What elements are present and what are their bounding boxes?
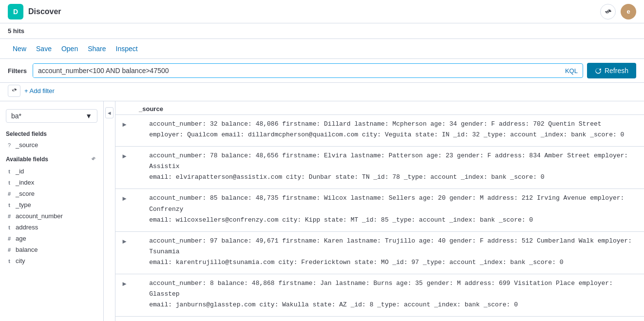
result-line1: account_number: 8 balance: 48,868 firstn… bbox=[149, 278, 632, 300]
field-type-icon: # bbox=[6, 236, 13, 242]
sidebar-field-item[interactable]: t _id bbox=[0, 166, 103, 177]
expand-button[interactable]: ► bbox=[121, 120, 132, 128]
table-row: ► account_number: 78 balance: 48,656 fir… bbox=[115, 147, 644, 189]
add-filter-link[interactable]: + Add filter bbox=[24, 87, 55, 94]
expand-button[interactable]: ► bbox=[121, 194, 132, 202]
result-line2: email: elvirapatterson@assistix.com city… bbox=[149, 172, 632, 183]
sidebar-field-item[interactable]: # account_number bbox=[0, 210, 103, 222]
table-row: ► account_number: 97 balance: 49,671 fir… bbox=[115, 232, 644, 274]
result-text: account_number: 97 balance: 49,671 first… bbox=[132, 236, 638, 272]
source-header: _source bbox=[115, 101, 644, 115]
source-type-icon: ? bbox=[6, 142, 13, 148]
field-name-label: balance bbox=[16, 246, 38, 253]
filter-bar: Filters KQL Refresh bbox=[0, 59, 644, 83]
field-name-label: _score bbox=[16, 190, 35, 197]
topbar: D Discover e bbox=[0, 0, 644, 23]
sidebar: ba* ▼ Selected fields ? _source Availabl… bbox=[0, 101, 104, 321]
sidebar-field-item[interactable]: # _score bbox=[0, 188, 103, 199]
result-text: account_number: 8 balance: 48,868 firstn… bbox=[132, 278, 638, 314]
save-button[interactable]: Save bbox=[31, 43, 57, 55]
kql-button[interactable]: KQL bbox=[560, 64, 583, 77]
filter-input[interactable] bbox=[33, 64, 560, 77]
result-line1: account_number: 97 balance: 49,671 first… bbox=[149, 236, 632, 257]
refresh-label: Refresh bbox=[605, 67, 628, 75]
field-name-label: account_number bbox=[16, 212, 63, 220]
field-type-icon: t bbox=[6, 225, 13, 230]
field-type-icon: t bbox=[6, 169, 13, 174]
index-pattern-select[interactable]: ba* ▼ bbox=[6, 109, 97, 123]
table-row: ► account_number: 85 balance: 48,735 fir… bbox=[115, 189, 644, 231]
table-row: ► account_number: 32 balance: 48,086 fir… bbox=[115, 115, 644, 147]
app-title: Discover bbox=[28, 7, 61, 16]
result-line1: account_number: 78 balance: 48,656 first… bbox=[149, 151, 632, 172]
result-row-top: ► account_number: 78 balance: 48,656 fir… bbox=[115, 147, 644, 189]
selected-field-source[interactable]: ? _source bbox=[0, 139, 103, 151]
sidebar-field-item[interactable]: t address bbox=[0, 222, 103, 233]
selected-fields-title: Selected fields bbox=[0, 127, 103, 139]
share-button[interactable]: Share bbox=[83, 43, 111, 55]
available-fields-section: Available fields bbox=[0, 151, 103, 166]
sidebar-field-item[interactable]: # balance bbox=[0, 244, 103, 255]
action-bar: New Save Open Share Inspect bbox=[0, 39, 644, 59]
settings-icon-button[interactable] bbox=[8, 85, 20, 97]
user-avatar[interactable]: e bbox=[621, 4, 636, 19]
result-line2: email: karentrujillo@tsunamia.com city: … bbox=[149, 257, 632, 268]
add-filter-bar: + Add filter bbox=[0, 83, 644, 101]
fields-list: t _id t _index # _score t _type # accoun… bbox=[0, 166, 103, 266]
result-row-top: ► account_number: 97 balance: 49,671 fir… bbox=[115, 232, 644, 274]
result-row-top: ► account_number: 85 balance: 48,735 fir… bbox=[115, 189, 644, 231]
sidebar-field-item[interactable]: # age bbox=[0, 233, 103, 244]
field-type-icon: t bbox=[6, 202, 13, 208]
result-line2: employer: Quailcom email: dillardmcphers… bbox=[149, 130, 624, 140]
sidebar-field-item[interactable]: t city bbox=[0, 255, 103, 266]
result-text: account_number: 78 balance: 48,656 first… bbox=[132, 151, 638, 187]
field-type-icon: # bbox=[6, 247, 13, 253]
field-name-label: _index bbox=[16, 179, 34, 186]
result-text: account_number: 32 balance: 48,086 first… bbox=[132, 119, 630, 144]
app-icon: D bbox=[8, 4, 23, 19]
table-row: ► account_number: 8 balance: 48,868 firs… bbox=[115, 274, 644, 317]
index-select-wrap: ba* ▼ bbox=[0, 105, 103, 127]
result-line2: email: janburns@glasstep.com city: Wakul… bbox=[149, 300, 632, 310]
index-pattern-value: ba* bbox=[11, 112, 21, 120]
source-field-name: _source bbox=[16, 141, 38, 149]
available-fields-settings-button[interactable] bbox=[90, 154, 97, 164]
chevron-down-icon: ▼ bbox=[85, 112, 92, 120]
topbar-right: e bbox=[600, 4, 636, 19]
expand-button[interactable]: ► bbox=[121, 237, 132, 245]
field-type-icon: t bbox=[6, 258, 13, 264]
result-row-top: ► account_number: 8 balance: 48,868 firs… bbox=[115, 274, 644, 316]
sidebar-field-item[interactable]: t _type bbox=[0, 199, 103, 210]
field-name-label: age bbox=[16, 235, 26, 242]
inspect-button[interactable]: Inspect bbox=[111, 43, 143, 55]
filters-label: Filters bbox=[8, 67, 27, 75]
collapse-sidebar-button[interactable]: ◂ bbox=[105, 107, 114, 118]
topbar-left: D Discover bbox=[8, 4, 61, 19]
field-type-icon: t bbox=[6, 180, 13, 186]
result-line2: email: wilcoxsellers@confrenzy.com city:… bbox=[149, 215, 632, 226]
result-row-top: ► account_number: 32 balance: 48,086 fir… bbox=[115, 115, 644, 146]
result-line1: account_number: 85 balance: 48,735 first… bbox=[149, 193, 632, 214]
expand-button[interactable]: ► bbox=[121, 279, 132, 287]
settings-icon-btn[interactable] bbox=[600, 4, 616, 19]
sidebar-field-item[interactable]: t _index bbox=[0, 177, 103, 188]
filter-input-wrap: KQL bbox=[33, 63, 583, 78]
new-button[interactable]: New bbox=[8, 43, 31, 55]
result-text: account_number: 85 balance: 48,735 first… bbox=[132, 193, 638, 229]
results-content: _source ► account_number: 32 balance: 48… bbox=[115, 101, 644, 321]
field-name-label: _id bbox=[16, 168, 24, 175]
field-name-label: address bbox=[16, 224, 38, 231]
available-fields-title: Available fields bbox=[6, 156, 48, 163]
sidebar-toggle-area: ◂ bbox=[104, 101, 115, 321]
results-list: ► account_number: 32 balance: 48,086 fir… bbox=[115, 115, 644, 317]
expand-button[interactable]: ► bbox=[121, 151, 132, 160]
field-type-icon: # bbox=[6, 213, 13, 219]
main-layout: ba* ▼ Selected fields ? _source Availabl… bbox=[0, 101, 644, 321]
field-name-label: _type bbox=[16, 201, 31, 208]
result-line1: account_number: 32 balance: 48,086 first… bbox=[149, 119, 624, 130]
refresh-button[interactable]: Refresh bbox=[587, 63, 636, 78]
field-type-icon: # bbox=[6, 191, 13, 197]
field-name-label: city bbox=[16, 257, 25, 264]
hits-bar: 5 hits bbox=[0, 23, 644, 39]
open-button[interactable]: Open bbox=[57, 43, 83, 55]
